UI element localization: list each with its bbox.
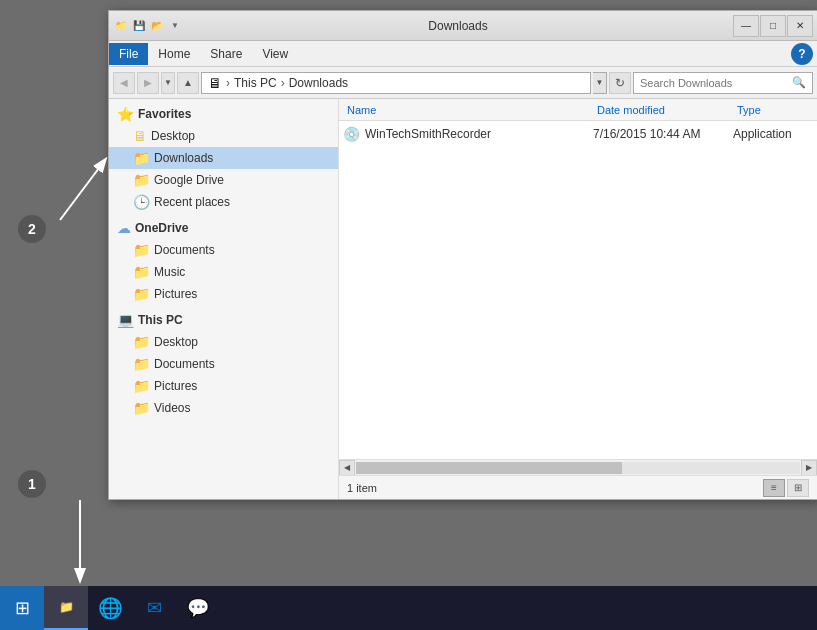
svg-line-1 bbox=[60, 160, 105, 220]
folder-icon: 📁 bbox=[113, 18, 129, 34]
menu-share[interactable]: Share bbox=[200, 43, 252, 65]
pictures1-label: Pictures bbox=[154, 287, 197, 301]
path-downloads[interactable]: Downloads bbox=[289, 76, 348, 90]
thispc-label: This PC bbox=[138, 313, 183, 327]
documents2-label: Documents bbox=[154, 357, 215, 371]
file-explorer-window: 📁 💾 📂 ▼ Downloads — □ ✕ File Home Share … bbox=[108, 10, 817, 500]
documents1-label: Documents bbox=[154, 243, 215, 257]
title-bar-icons: 📁 💾 📂 ▼ bbox=[113, 18, 183, 34]
sidebar-item-pictures1[interactable]: 📁 Pictures bbox=[109, 283, 338, 305]
path-separator-2: › bbox=[281, 76, 285, 90]
file-date: 7/16/2015 10:44 AM bbox=[593, 127, 733, 141]
forward-button[interactable]: ▶ bbox=[137, 72, 159, 94]
explorer-icon: 📁 bbox=[59, 600, 74, 614]
scroll-right-button[interactable]: ▶ bbox=[801, 460, 817, 476]
close-button[interactable]: ✕ bbox=[787, 15, 813, 37]
scroll-track[interactable] bbox=[356, 462, 800, 474]
documents1-icon: 📁 bbox=[133, 242, 150, 258]
documents2-icon: 📁 bbox=[133, 356, 150, 372]
thispc-icon: 💻 bbox=[117, 312, 134, 328]
table-row[interactable]: 💿 WinTechSmithRecorder 7/16/2015 10:44 A… bbox=[339, 123, 817, 145]
googledrive-label: Google Drive bbox=[154, 173, 224, 187]
search-icon: 🔍 bbox=[792, 76, 806, 89]
window-controls: — □ ✕ bbox=[733, 15, 813, 37]
file-list[interactable]: 💿 WinTechSmithRecorder 7/16/2015 10:44 A… bbox=[339, 121, 817, 459]
status-bar: 1 item ≡ ⊞ bbox=[339, 475, 817, 499]
search-box[interactable]: 🔍 bbox=[633, 72, 813, 94]
col-header-date[interactable]: Date modified bbox=[593, 104, 733, 116]
taskbar-explorer[interactable]: 📁 bbox=[44, 586, 88, 630]
minimize-button[interactable]: — bbox=[733, 15, 759, 37]
sidebar-item-documents2[interactable]: 📁 Documents bbox=[109, 353, 338, 375]
favorites-label: Favorites bbox=[138, 107, 191, 121]
sidebar-item-documents1[interactable]: 📁 Documents bbox=[109, 239, 338, 261]
scroll-left-button[interactable]: ◀ bbox=[339, 460, 355, 476]
annotation-arrow-1 bbox=[50, 490, 110, 600]
menu-file[interactable]: File bbox=[109, 43, 148, 65]
sidebar-item-googledrive[interactable]: 📁 Google Drive bbox=[109, 169, 338, 191]
sidebar-item-desktop1[interactable]: 🖥 Desktop bbox=[109, 125, 338, 147]
horizontal-scrollbar[interactable]: ◀ ▶ bbox=[339, 459, 817, 475]
title-bar: 📁 💾 📂 ▼ Downloads — □ ✕ bbox=[109, 11, 817, 41]
file-type: Application bbox=[733, 127, 813, 141]
music-label: Music bbox=[154, 265, 185, 279]
menu-home[interactable]: Home bbox=[148, 43, 200, 65]
videos-icon: 📁 bbox=[133, 400, 150, 416]
content-area: Name Date modified Type 💿 WinTechSmithRe… bbox=[339, 99, 817, 499]
sidebar-item-recentplaces[interactable]: 🕒 Recent places bbox=[109, 191, 338, 213]
maximize-button[interactable]: □ bbox=[760, 15, 786, 37]
sidebar-item-music[interactable]: 📁 Music bbox=[109, 261, 338, 283]
taskbar-skype[interactable]: 💬 bbox=[176, 586, 220, 630]
path-dropdown[interactable]: ▼ bbox=[593, 72, 607, 94]
help-button[interactable]: ? bbox=[791, 43, 813, 65]
sidebar-item-downloads[interactable]: 📁 Downloads bbox=[109, 147, 338, 169]
desktop1-icon: 🖥 bbox=[133, 128, 147, 144]
annotation-number-1: 1 bbox=[18, 470, 46, 498]
taskbar-outlook[interactable]: ✉ bbox=[132, 586, 176, 630]
address-path[interactable]: 🖥 › This PC › Downloads bbox=[201, 72, 591, 94]
annotation-number-2: 2 bbox=[18, 215, 46, 243]
back-button[interactable]: ◀ bbox=[113, 72, 135, 94]
dropdown-icon[interactable]: ▼ bbox=[167, 18, 183, 34]
refresh-button[interactable]: ↻ bbox=[609, 72, 631, 94]
sidebar-item-pictures2[interactable]: 📁 Pictures bbox=[109, 375, 338, 397]
address-bar: ◀ ▶ ▼ ▲ 🖥 › This PC › Downloads ▼ ↻ 🔍 bbox=[109, 67, 817, 99]
sidebar-item-videos[interactable]: 📁 Videos bbox=[109, 397, 338, 419]
onedrive-icon: ☁ bbox=[117, 220, 131, 236]
favorites-icon: ⭐ bbox=[117, 106, 134, 122]
onedrive-group: ☁ OneDrive 📁 Documents 📁 Music 📁 bbox=[109, 217, 338, 305]
file-icon: 💿 bbox=[343, 126, 361, 142]
pictures2-icon: 📁 bbox=[133, 378, 150, 394]
nav-dropdown[interactable]: ▼ bbox=[161, 72, 175, 94]
start-icon: ⊞ bbox=[15, 597, 30, 619]
favorites-header[interactable]: ⭐ Favorites bbox=[109, 103, 338, 125]
path-pc-icon: 🖥 bbox=[208, 75, 222, 91]
sidebar-item-desktop2[interactable]: 📁 Desktop bbox=[109, 331, 338, 353]
column-headers: Name Date modified Type bbox=[339, 99, 817, 121]
file-name: WinTechSmithRecorder bbox=[365, 127, 593, 141]
up-button[interactable]: ▲ bbox=[177, 72, 199, 94]
taskbar-chrome[interactable]: 🌐 bbox=[88, 586, 132, 630]
col-header-name[interactable]: Name bbox=[343, 104, 593, 116]
annotation-1: 1 bbox=[18, 470, 46, 498]
view-buttons: ≡ ⊞ bbox=[763, 479, 809, 497]
item-count: 1 item bbox=[347, 482, 377, 494]
search-input[interactable] bbox=[640, 77, 788, 89]
window-title: Downloads bbox=[183, 19, 733, 33]
view-detail-button[interactable]: ⊞ bbox=[787, 479, 809, 497]
start-button[interactable]: ⊞ bbox=[0, 586, 44, 630]
onedrive-header[interactable]: ☁ OneDrive bbox=[109, 217, 338, 239]
path-this-pc[interactable]: This PC bbox=[234, 76, 277, 90]
pictures1-icon: 📁 bbox=[133, 286, 150, 302]
sidebar-scroll[interactable]: ⭐ Favorites 🖥 Desktop 📁 Downloads 📁 bbox=[109, 99, 338, 499]
annotation-2: 2 bbox=[18, 215, 46, 243]
taskbar: ⊞ 📁 🌐 ✉ 💬 bbox=[0, 586, 817, 630]
thispc-header[interactable]: 💻 This PC bbox=[109, 309, 338, 331]
outlook-icon: ✉ bbox=[147, 597, 162, 619]
scroll-thumb[interactable] bbox=[356, 462, 622, 474]
recentplaces-icon: 🕒 bbox=[133, 194, 150, 210]
col-header-type[interactable]: Type bbox=[733, 104, 813, 116]
onedrive-label: OneDrive bbox=[135, 221, 188, 235]
menu-view[interactable]: View bbox=[252, 43, 298, 65]
view-list-button[interactable]: ≡ bbox=[763, 479, 785, 497]
